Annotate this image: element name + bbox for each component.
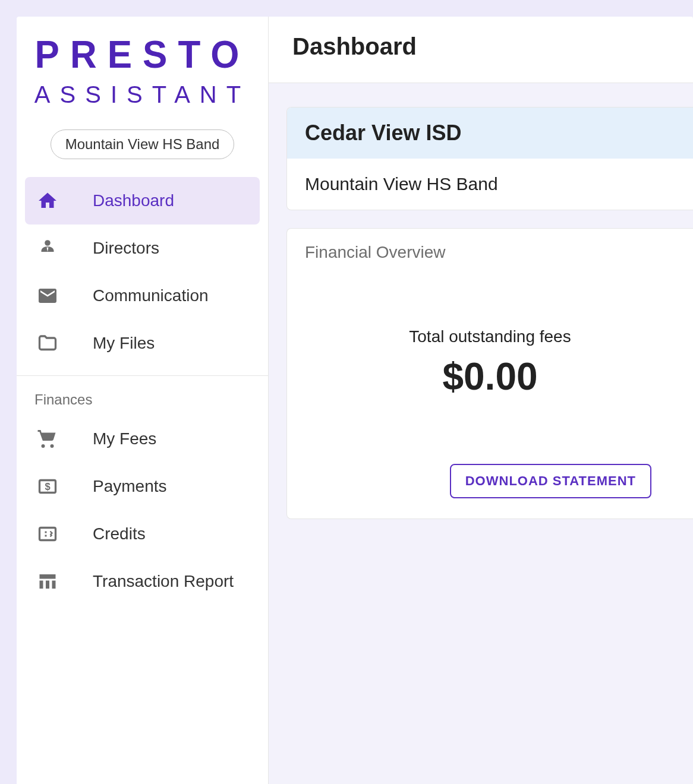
svg-rect-6 <box>46 581 49 589</box>
finances-section-label: Finances <box>17 384 268 415</box>
financial-overview-body: Total outstanding fees $0.00 DOWNLOAD ST… <box>305 327 675 498</box>
home-icon <box>37 190 58 211</box>
download-row: DOWNLOAD STATEMENT <box>305 464 675 498</box>
download-statement-button[interactable]: DOWNLOAD STATEMENT <box>450 464 651 498</box>
page-title: Dashboard <box>292 33 417 59</box>
content: Cedar View ISD Mountain View HS Band Fin… <box>269 83 693 519</box>
org-header-panel: Cedar View ISD Mountain View HS Band <box>286 107 693 210</box>
svg-point-0 <box>45 240 51 246</box>
nav-label: My Files <box>93 334 155 353</box>
credit-icon <box>37 523 58 545</box>
nav-item-directors[interactable]: Directors <box>25 225 260 272</box>
svg-rect-5 <box>40 581 43 589</box>
financial-overview-title: Financial Overview <box>305 243 675 262</box>
nav-label: My Fees <box>93 429 156 448</box>
nav-item-transaction-report[interactable]: Transaction Report <box>25 558 260 605</box>
outstanding-fees-label: Total outstanding fees <box>409 327 571 346</box>
nav-item-payments[interactable]: $ Payments <box>25 463 260 510</box>
outstanding-fees-amount: $0.00 <box>442 355 537 399</box>
svg-rect-4 <box>40 574 56 579</box>
brand-logo: PRESTO ASSISTANT <box>17 33 268 108</box>
mail-icon <box>37 285 58 306</box>
cart-icon <box>37 428 58 450</box>
sidebar: PRESTO ASSISTANT Mountain View HS Band D… <box>17 17 269 784</box>
nav-label: Communication <box>93 286 209 305</box>
main-area: Dashboard Cedar View ISD Mountain View H… <box>269 17 693 784</box>
nav-item-dashboard[interactable]: Dashboard <box>25 177 260 225</box>
district-name: Cedar View ISD <box>287 108 693 159</box>
organization-chip[interactable]: Mountain View HS Band <box>51 129 235 159</box>
person-tie-icon <box>37 238 58 259</box>
financial-overview-panel: Financial Overview Total outstanding fee… <box>286 228 693 519</box>
nav-label: Dashboard <box>93 191 174 210</box>
organization-name: Mountain View HS Band <box>287 159 693 210</box>
svg-rect-7 <box>52 581 56 589</box>
primary-nav: Dashboard Directors Communication My Fil… <box>17 177 268 367</box>
nav-divider <box>17 375 268 376</box>
app-root: PRESTO ASSISTANT Mountain View HS Band D… <box>0 0 693 784</box>
folder-icon <box>37 333 58 354</box>
topbar: Dashboard <box>269 17 693 83</box>
brand-line2: ASSISTANT <box>34 81 250 108</box>
nav-label: Directors <box>93 239 159 258</box>
nav-item-communication[interactable]: Communication <box>25 272 260 320</box>
nav-item-my-files[interactable]: My Files <box>25 320 260 367</box>
nav-item-my-fees[interactable]: My Fees <box>25 415 260 463</box>
table-icon <box>37 571 58 592</box>
nav-label: Payments <box>93 477 167 496</box>
svg-text:$: $ <box>45 481 50 492</box>
brand-line1: PRESTO <box>35 32 250 77</box>
nav-item-credits[interactable]: Credits <box>25 510 260 558</box>
nav-label: Credits <box>93 524 146 543</box>
money-icon: $ <box>37 476 58 497</box>
nav-label: Transaction Report <box>93 572 234 591</box>
finances-nav: My Fees $ Payments Credits Transaction R… <box>17 415 268 605</box>
svg-rect-3 <box>40 528 56 540</box>
